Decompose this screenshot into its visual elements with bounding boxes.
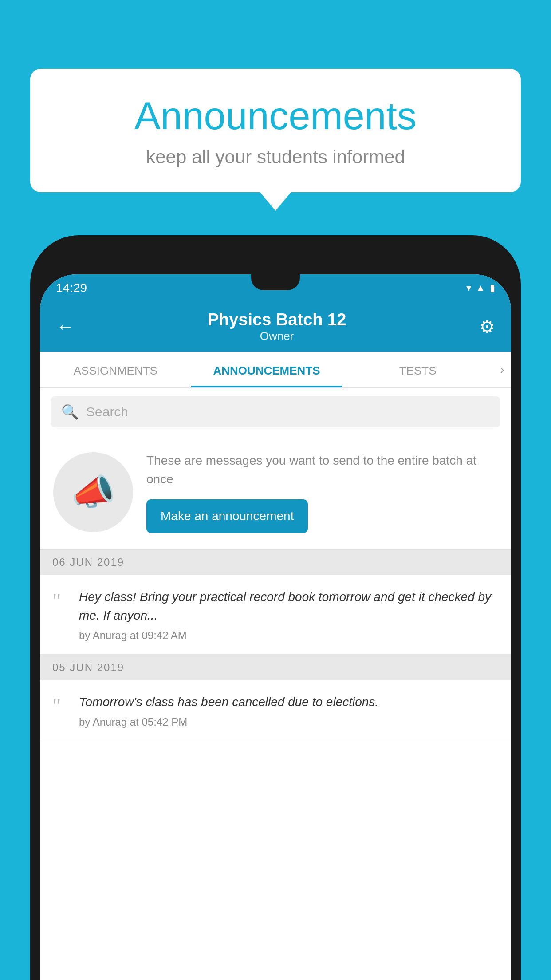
phone-mockup: 14:29 ▾ ▲ ▮ ← Physics Batch 12 Owner ⚙ A… <box>30 235 521 980</box>
battery-icon: ▮ <box>490 282 495 294</box>
announcement-item-1[interactable]: " Hey class! Bring your practical record… <box>40 575 511 655</box>
message-text-1: Hey class! Bring your practical record b… <box>79 588 499 625</box>
settings-button[interactable]: ⚙ <box>479 316 495 337</box>
bubble-subtitle: keep all your students informed <box>57 146 494 168</box>
speech-bubble: Announcements keep all your students inf… <box>30 69 521 192</box>
make-announcement-button[interactable]: Make an announcement <box>146 499 308 533</box>
status-icons: ▾ ▲ ▮ <box>466 282 495 294</box>
message-text-2: Tomorrow's class has been cancelled due … <box>79 693 499 711</box>
tab-announcements[interactable]: ANNOUNCEMENTS <box>191 352 342 387</box>
phone-body: 14:29 ▾ ▲ ▮ ← Physics Batch 12 Owner ⚙ A… <box>30 235 521 980</box>
header-subtitle: Owner <box>208 329 346 343</box>
date-separator-1: 06 JUN 2019 <box>40 549 511 575</box>
promo-icon-circle: 📣 <box>53 452 133 532</box>
quote-icon-1: " <box>52 590 68 612</box>
tabs-bar: ASSIGNMENTS ANNOUNCEMENTS TESTS › <box>40 352 511 388</box>
search-placeholder: Search <box>86 404 128 419</box>
message-meta-2: by Anurag at 05:42 PM <box>79 716 499 728</box>
promo-description: These are messages you want to send to t… <box>146 451 498 489</box>
header-center: Physics Batch 12 Owner <box>208 310 346 343</box>
phone-notch <box>251 274 300 290</box>
promo-content: These are messages you want to send to t… <box>146 451 498 533</box>
promo-block: 📣 These are messages you want to send to… <box>40 435 511 549</box>
wifi-icon: ▾ <box>466 282 471 294</box>
speech-bubble-container: Announcements keep all your students inf… <box>30 69 521 192</box>
app-header: ← Physics Batch 12 Owner ⚙ <box>40 302 511 352</box>
message-content-2: Tomorrow's class has been cancelled due … <box>79 693 499 728</box>
phone-screen: 14:29 ▾ ▲ ▮ ← Physics Batch 12 Owner ⚙ A… <box>40 274 511 980</box>
announcement-item-2[interactable]: " Tomorrow's class has been cancelled du… <box>40 680 511 741</box>
tab-tests[interactable]: TESTS <box>342 352 493 387</box>
quote-icon-2: " <box>52 695 68 717</box>
tab-more[interactable]: › <box>493 352 511 387</box>
search-bar[interactable]: 🔍 Search <box>51 396 500 427</box>
message-content-1: Hey class! Bring your practical record b… <box>79 588 499 642</box>
header-title: Physics Batch 12 <box>208 310 346 329</box>
search-container: 🔍 Search <box>40 388 511 435</box>
bubble-title: Announcements <box>57 93 494 138</box>
megaphone-icon: 📣 <box>71 471 115 513</box>
search-icon: 🔍 <box>61 403 79 420</box>
message-meta-1: by Anurag at 09:42 AM <box>79 629 499 642</box>
status-time: 14:29 <box>56 281 87 295</box>
signal-icon: ▲ <box>476 282 485 294</box>
back-button[interactable]: ← <box>56 316 75 337</box>
tab-assignments[interactable]: ASSIGNMENTS <box>40 352 191 387</box>
date-separator-2: 05 JUN 2019 <box>40 655 511 680</box>
